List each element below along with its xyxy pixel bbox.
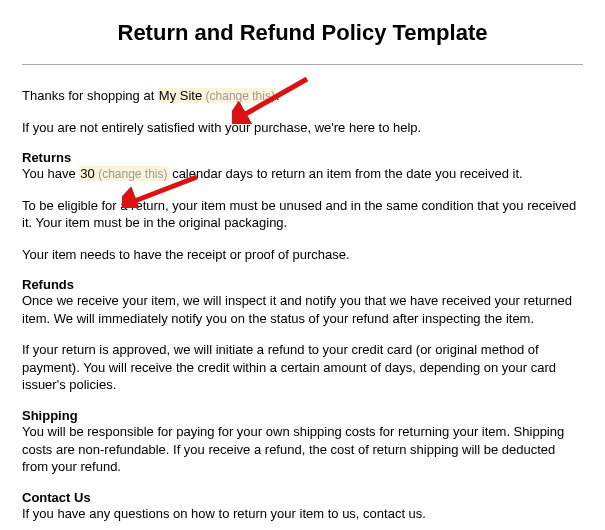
shipping-heading: Shipping xyxy=(22,408,583,423)
intro-suffix: . xyxy=(276,88,280,103)
returns-heading: Returns xyxy=(22,150,583,165)
refunds-heading: Refunds xyxy=(22,277,583,292)
contact-heading: Contact Us xyxy=(22,490,583,505)
change-hint: (change this) xyxy=(202,89,275,103)
returns-prefix: You have xyxy=(22,166,79,181)
divider xyxy=(22,64,583,65)
intro-prefix: Thanks for shopping at xyxy=(22,88,158,103)
site-name-highlight: My Site (change this) xyxy=(158,88,276,103)
days-highlight: 30 (change this) xyxy=(79,166,168,181)
intro-paragraph: Thanks for shopping at My Site (change t… xyxy=(22,87,583,105)
refunds-line1: Once we receive your item, we will inspe… xyxy=(22,292,583,327)
contact-line1: If you have any questions on how to retu… xyxy=(22,505,583,523)
shipping-line1: You will be responsible for paying for y… xyxy=(22,423,583,476)
page-title: Return and Refund Policy Template xyxy=(22,20,583,46)
returns-line1: You have 30 (change this) calendar days … xyxy=(22,165,583,183)
returns-suffix: calendar days to return an item from the… xyxy=(169,166,523,181)
returns-line3: Your item needs to have the receipt or p… xyxy=(22,246,583,264)
days-value: 30 xyxy=(80,166,94,181)
refunds-line2: If your return is approved, we will init… xyxy=(22,341,583,394)
satisfaction-paragraph: If you are not entirely satisfied with y… xyxy=(22,119,583,137)
returns-line2: To be eligible for a return, your item m… xyxy=(22,197,583,232)
site-name: My Site xyxy=(159,88,202,103)
change-hint: (change this) xyxy=(95,167,168,181)
